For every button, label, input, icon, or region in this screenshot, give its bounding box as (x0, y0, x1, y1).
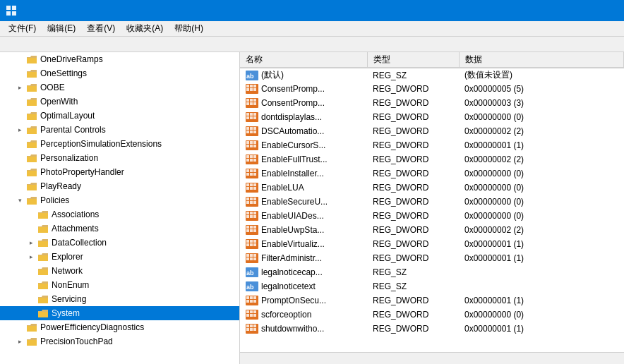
cell-type: REG_DWORD (367, 82, 459, 96)
tree-toggle-openwith (14, 95, 25, 109)
svg-rect-52 (246, 173, 249, 176)
svg-rect-64 (250, 198, 253, 200)
cell-type: REG_DWORD (367, 124, 459, 138)
tree-toggle-optimallayout (14, 109, 25, 123)
tree-toggle-parentalcontrols[interactable] (14, 123, 25, 137)
maximize-button[interactable] (553, 0, 586, 21)
minimize-button[interactable] (521, 0, 553, 21)
tree-item-policies[interactable]: Policies (0, 193, 239, 207)
tree-toggle-playready (14, 179, 25, 193)
svg-rect-96 (253, 257, 256, 260)
table-row[interactable]: EnableUIADes...REG_DWORD0x00000000 (0) (240, 209, 624, 223)
svg-rect-46 (250, 159, 253, 162)
table-row[interactable]: EnableFullTrust...REG_DWORD0x00000002 (2… (240, 152, 624, 166)
cell-name: EnableFullTrust... (240, 152, 367, 166)
tree-scroll[interactable]: OneDriveRamps OneSettings OOBE OpenWith … (0, 52, 239, 364)
svg-rect-74 (250, 215, 253, 218)
tree-item-associations[interactable]: Associations (0, 207, 239, 222)
tree-item-network[interactable]: Network (0, 264, 239, 278)
table-row[interactable]: ab (默认)REG_SZ(数值未设置) (240, 68, 624, 82)
table-row[interactable]: EnableCursorS...REG_DWORD0x00000001 (1) (240, 138, 624, 152)
cell-data: 0x00000001 (1) (459, 293, 624, 308)
table-row[interactable]: ab legalnoticetextREG_SZ (240, 279, 624, 293)
close-button[interactable] (586, 0, 618, 21)
cell-name: EnableInstaller... (240, 166, 367, 181)
registry-table[interactable]: 名称 类型 数据 ab (默认)REG_SZ(数值未设置) ConsentPro… (240, 52, 624, 352)
menu-favorites[interactable]: 收藏夹(A) (121, 21, 169, 36)
svg-rect-16 (253, 99, 256, 102)
tree-item-perceptionsimulationextensions[interactable]: PerceptionSimulationExtensions (0, 137, 239, 151)
tree-item-onedriveramps[interactable]: OneDriveRamps (0, 52, 239, 66)
table-row[interactable]: PromptOnSecu...REG_DWORD0x00000001 (1) (240, 293, 624, 308)
menu-edit[interactable]: 编辑(E) (42, 21, 81, 36)
table-row[interactable]: shutdownwitho...REG_DWORD0x00000001 (1) (240, 322, 624, 336)
col-name[interactable]: 名称 (240, 52, 367, 68)
col-type[interactable]: 类型 (367, 52, 459, 68)
tree-item-datacollection[interactable]: DataCollection (0, 236, 239, 250)
tree-item-precisiontouchpad[interactable]: PrecisionTouchPad (0, 334, 239, 348)
folder-icon-playready (25, 181, 38, 191)
tree-item-personalization[interactable]: Personalization (0, 151, 239, 165)
horizontal-scrollbar[interactable] (240, 352, 624, 364)
svg-rect-102 (246, 296, 249, 299)
tree-toggle-oobe[interactable] (14, 80, 25, 95)
tree-toggle-associations (25, 207, 37, 222)
cell-type: REG_DWORD (367, 110, 459, 124)
table-row[interactable]: dontdisplaylas...REG_DWORD0x00000000 (0) (240, 110, 624, 124)
table-row[interactable]: ab legalnoticecap...REG_SZ (240, 265, 624, 279)
col-data[interactable]: 数据 (459, 52, 624, 68)
tree-toggle-photopropertyhandler (14, 165, 25, 179)
tree-item-system[interactable]: System (0, 306, 239, 320)
tree-item-powerefficiencydiagnostics[interactable]: PowerEfficiencyDiagnostics (0, 320, 239, 334)
type-icon (246, 197, 258, 207)
cell-name: ab legalnoticetext (240, 279, 367, 293)
menu-help[interactable]: 帮助(H) (169, 21, 209, 36)
tree-toggle-datacollection[interactable] (25, 236, 37, 250)
folder-icon-system (37, 308, 49, 318)
menu-view[interactable]: 查看(V) (81, 21, 121, 36)
svg-rect-14 (246, 99, 249, 102)
tree-toggle-perceptionsimulationextensions (14, 137, 25, 151)
svg-rect-93 (253, 254, 256, 257)
tree-toggle-precisiontouchpad[interactable] (14, 334, 25, 348)
table-row[interactable]: EnableUwpSta...REG_DWORD0x00000002 (2) (240, 223, 624, 237)
svg-rect-28 (246, 127, 249, 130)
tree-item-openwith[interactable]: OpenWith (0, 95, 239, 109)
tree-item-attachments[interactable]: Attachments (0, 222, 239, 236)
table-row[interactable]: EnableSecureU...REG_DWORD0x00000000 (0) (240, 195, 624, 209)
table-row[interactable]: FilterAdministr...REG_DWORD0x00000001 (1… (240, 251, 624, 265)
tree-item-optimallayout[interactable]: OptimalLayout (0, 109, 239, 123)
table-row[interactable]: EnableVirtualiz...REG_DWORD0x00000001 (1… (240, 237, 624, 251)
tree-toggle-policies[interactable] (14, 193, 25, 207)
table-row[interactable]: DSCAutomatio...REG_DWORD0x00000002 (2) (240, 124, 624, 138)
tree-item-parentalcontrols[interactable]: Parental Controls (0, 123, 239, 137)
tree-item-nonenum[interactable]: NonEnum (0, 278, 239, 292)
tree-item-explorer[interactable]: Explorer (0, 250, 239, 264)
table-row[interactable]: ConsentPromp...REG_DWORD0x00000005 (5) (240, 82, 624, 96)
cell-type: REG_DWORD (367, 96, 459, 110)
cell-data (459, 279, 624, 293)
folder-icon-photopropertyhandler (25, 167, 38, 177)
tree-item-oobe[interactable]: OOBE (0, 80, 239, 95)
svg-rect-85 (250, 240, 253, 243)
svg-rect-9 (253, 85, 256, 87)
tree-label-servicing: Servicing (52, 294, 86, 304)
table-row[interactable]: ConsentPromp...REG_DWORD0x00000003 (3) (240, 96, 624, 110)
cell-data: 0x00000001 (1) (459, 251, 624, 265)
tree-item-photopropertyhandler[interactable]: PhotoPropertyHandler (0, 165, 239, 179)
table-row[interactable]: EnableLUAREG_DWORD0x00000000 (0) (240, 181, 624, 195)
tree-item-onesettings[interactable]: OneSettings (0, 66, 239, 80)
svg-rect-42 (246, 155, 249, 158)
tree-item-servicing[interactable]: Servicing (0, 292, 239, 306)
svg-rect-36 (250, 141, 253, 144)
svg-rect-80 (246, 229, 249, 232)
svg-rect-104 (253, 296, 256, 299)
cell-data: 0x00000002 (2) (459, 223, 624, 237)
cell-name: shutdownwitho... (240, 322, 367, 336)
table-row[interactable]: EnableInstaller...REG_DWORD0x00000000 (0… (240, 166, 624, 181)
table-row[interactable]: scforceoptionREG_DWORD0x00000000 (0) (240, 308, 624, 322)
tree-toggle-explorer[interactable] (25, 250, 37, 264)
svg-rect-118 (253, 324, 256, 327)
tree-item-playready[interactable]: PlayReady (0, 179, 239, 193)
menu-file[interactable]: 文件(F) (3, 21, 42, 36)
